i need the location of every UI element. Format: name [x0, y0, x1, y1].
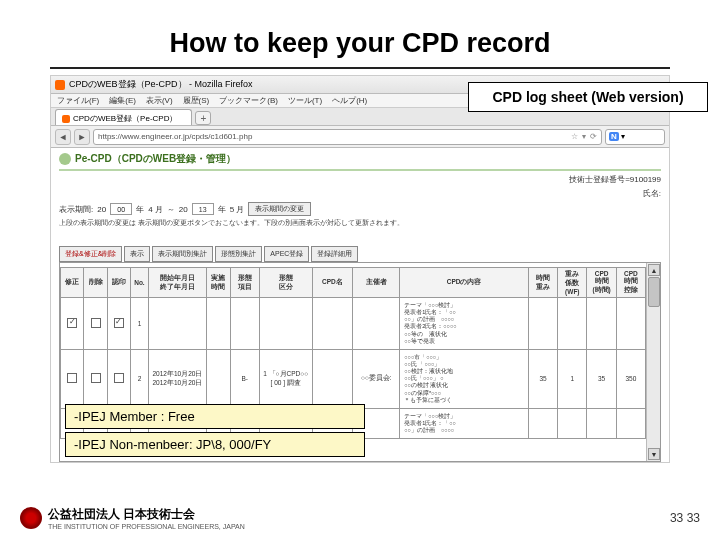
window-title: CPDのWEB登録（Pe-CPD） - Mozilla Firefox	[69, 78, 253, 91]
search-box[interactable]: N ▾	[605, 129, 665, 145]
checkbox[interactable]	[91, 318, 101, 328]
table-cell: テーマ「○○○検討」発表者1氏名：「○○○○」の計画 ○○○○発表者2氏名：○○…	[400, 298, 529, 350]
table-cell	[84, 298, 107, 350]
table-cell	[61, 298, 84, 350]
tab-label: CPDのWEB登録（Pe-CPD）	[73, 113, 177, 124]
table-scrollbar[interactable]: ▲ ▼	[646, 263, 660, 461]
table-header: 開始年月日終了年月日	[148, 268, 207, 298]
title-underline	[50, 67, 670, 69]
table-cell: テーマ「○○○検討」発表者1氏名：「○○○○」の計画 ○○○○	[400, 408, 529, 438]
action-type-total[interactable]: 形態別集計	[215, 246, 262, 262]
action-display[interactable]: 表示	[124, 246, 150, 262]
table-cell: 2012年10月20日2012年10月20日	[148, 349, 207, 408]
browser-tab[interactable]: CPDのWEB登録（Pe-CPD）	[55, 109, 192, 125]
action-apec[interactable]: APEC登録	[264, 246, 309, 262]
menu-file[interactable]: ファイル(F)	[57, 95, 99, 106]
forward-button[interactable]: ►	[74, 129, 90, 145]
to-year-input[interactable]: 13	[192, 203, 214, 215]
action-period-total[interactable]: 表示期間別集計	[152, 246, 213, 262]
table-header: 重み係数(WF)	[558, 268, 587, 298]
table-header: 形態項目	[230, 268, 259, 298]
menu-help[interactable]: ヘルプ(H)	[332, 95, 367, 106]
table-cell	[107, 349, 130, 408]
action-detail[interactable]: 登録詳細用	[311, 246, 358, 262]
from-month: 4 月	[148, 204, 163, 215]
table-cell: 35	[587, 349, 616, 408]
table-header: CPD時間控除	[616, 268, 645, 298]
from-year-input[interactable]: 00	[110, 203, 132, 215]
table-header: 時間重み	[528, 268, 557, 298]
table-cell	[558, 298, 587, 350]
checkbox[interactable]	[114, 373, 124, 383]
to-prefix: 20	[179, 205, 188, 214]
url-field[interactable]: https://www.engineer.or.jp/cpds/c1d601.p…	[93, 129, 602, 145]
tilde: ～	[167, 204, 175, 215]
change-period-button[interactable]: 表示期間の変更	[248, 202, 311, 216]
table-cell	[61, 349, 84, 408]
page-header: Pe-CPD（CPDのWEB登録・管理）	[59, 152, 661, 171]
firefox-icon	[55, 80, 65, 90]
table-cell	[616, 408, 645, 438]
reg-no: 技術士登録番号=9100199	[569, 174, 661, 185]
table-header: 削除	[84, 268, 107, 298]
action-register[interactable]: 登録&修正&削除	[59, 246, 122, 262]
to-suffix: 年	[218, 204, 226, 215]
table-header: CPD名	[312, 268, 353, 298]
table-cell	[616, 298, 645, 350]
ipej-logo	[20, 507, 42, 529]
note-member-free: -IPEJ Member : Free	[65, 404, 365, 429]
footer-en: THE INSTITUTION OF PROFESSIONAL ENGINEER…	[48, 523, 245, 530]
table-header: CPDの内容	[400, 268, 529, 298]
star-icon[interactable]: ☆	[571, 132, 578, 141]
reload-icon[interactable]: ⟳	[590, 132, 597, 141]
table-cell: 1	[558, 349, 587, 408]
period-label: 表示期間:	[59, 204, 93, 215]
table-header: 実施時間	[207, 268, 230, 298]
page-number: 33 33	[670, 511, 700, 525]
table-cell	[312, 298, 353, 350]
table-header: 認印	[107, 268, 130, 298]
action-row: 登録&修正&削除 表示 表示期間別集計 形態別集計 APEC登録 登録詳細用	[59, 246, 661, 262]
tab-favicon	[62, 115, 70, 123]
footer-jp: 公益社団法人 日本技術士会	[48, 506, 245, 523]
menu-edit[interactable]: 編集(E)	[109, 95, 136, 106]
callout-label: CPD log sheet (Web version)	[468, 82, 708, 112]
checkbox[interactable]	[91, 373, 101, 383]
search-engine-icon: N	[609, 132, 619, 141]
address-bar: ◄ ► https://www.engineer.or.jp/cpds/c1d6…	[51, 126, 669, 148]
menu-bookmarks[interactable]: ブックマーク(B)	[219, 95, 278, 106]
period-note: 上段の表示期間の変更は 表示期間の変更ボタンでおこないます。下段の別画面表示が対…	[59, 218, 661, 228]
name-label: 氏名:	[643, 188, 661, 199]
table-cell	[528, 408, 557, 438]
pe-cpd-logo	[59, 153, 71, 165]
checkbox[interactable]	[114, 318, 124, 328]
new-tab-button[interactable]: +	[195, 111, 211, 125]
page-title: Pe-CPD（CPDのWEB登録・管理）	[75, 152, 236, 166]
table-cell: 35	[528, 349, 557, 408]
table-row: 1テーマ「○○○検討」発表者1氏名：「○○○○」の計画 ○○○○発表者2氏名：○…	[61, 298, 646, 350]
search-dropdown-icon[interactable]: ▾	[621, 132, 625, 141]
table-cell	[312, 349, 353, 408]
slide-footer: 公益社団法人 日本技術士会 THE INSTITUTION OF PROFESS…	[20, 506, 700, 530]
menu-tools[interactable]: ツール(T)	[288, 95, 322, 106]
table-header: 修正	[61, 268, 84, 298]
scroll-thumb[interactable]	[648, 277, 660, 307]
from-prefix: 20	[97, 205, 106, 214]
table-cell	[230, 298, 259, 350]
table-cell: ○○○市「○○○」○○氏 「○○○」○○検討：液状化地○○氏「○○○」 ○○○の…	[400, 349, 529, 408]
menu-view[interactable]: 表示(V)	[146, 95, 173, 106]
scroll-down-icon[interactable]: ▼	[648, 448, 660, 460]
checkbox[interactable]	[67, 373, 77, 383]
table-cell: B-	[230, 349, 259, 408]
table-cell: 350	[616, 349, 645, 408]
scroll-up-icon[interactable]: ▲	[648, 264, 660, 276]
period-row: 表示期間: 20 00 年 4 月 ～ 20 13 年 5 月 表示期間の変更	[59, 202, 661, 216]
dropdown-icon[interactable]: ▾	[582, 132, 586, 141]
table-cell	[353, 298, 400, 350]
table-header: 形態区分	[259, 268, 312, 298]
back-button[interactable]: ◄	[55, 129, 71, 145]
table-header: 主催者	[353, 268, 400, 298]
menu-history[interactable]: 履歴(S)	[183, 95, 210, 106]
checkbox[interactable]	[67, 318, 77, 328]
table-cell	[587, 408, 616, 438]
